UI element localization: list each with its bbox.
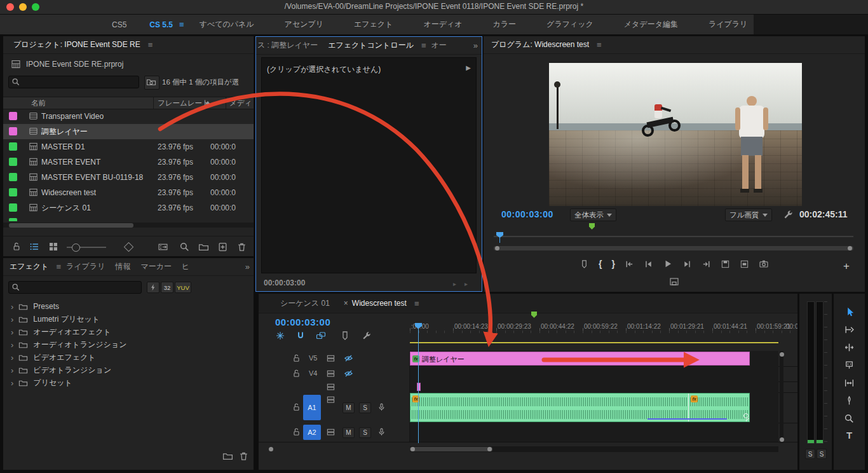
chevron-right-icon[interactable]: › <box>11 340 13 350</box>
voiceover-mic-icon[interactable] <box>377 427 386 437</box>
item-name[interactable]: Widescreen test <box>41 188 96 197</box>
accelerated-effects-badge[interactable] <box>147 282 159 293</box>
project-file-row[interactable]: IPONE Event SDE RE.prproj <box>3 57 254 71</box>
track-lock-icon[interactable] <box>292 402 301 412</box>
play-icon[interactable] <box>663 259 673 269</box>
workspace-metadata[interactable]: メタデータ編集 <box>609 19 693 30</box>
label-color-swatch[interactable] <box>9 127 17 135</box>
tab-info[interactable]: 情報 <box>110 261 135 272</box>
track-v3-body[interactable] <box>410 381 778 392</box>
workspace-assembly[interactable]: アセンブリ <box>269 19 339 30</box>
label-color-swatch[interactable] <box>9 188 17 196</box>
label-color-swatch[interactable] <box>9 158 17 166</box>
timeline-tab-widescreen[interactable]: Widescreen test <box>351 299 412 308</box>
comparison-view-icon[interactable] <box>669 277 679 287</box>
project-row[interactable]: シーケンス 01 23.976 fps 00:00:0 <box>3 200 254 216</box>
lift-icon[interactable] <box>721 259 730 269</box>
column-name[interactable]: 名前 <box>31 99 46 108</box>
chevron-right-icon[interactable]: › <box>11 302 13 312</box>
source-patch-icon[interactable] <box>326 369 336 378</box>
track-v5-label[interactable]: V5 <box>309 354 317 362</box>
zoom-slider-handle[interactable] <box>72 243 80 252</box>
track-a2-target[interactable]: A2 <box>303 425 321 440</box>
effects-tree-item[interactable]: ›Lumetri プリセット <box>3 313 254 326</box>
icon-view-icon[interactable] <box>48 242 58 252</box>
project-search-input[interactable] <box>8 76 139 88</box>
column-media[interactable]: メディア開 <box>229 99 252 108</box>
effects-tree-item[interactable]: ›Presets <box>3 300 254 313</box>
project-row-clipped[interactable] <box>3 216 254 221</box>
zoom-handle-right[interactable] <box>487 447 492 451</box>
label-color-swatch[interactable] <box>9 173 17 181</box>
vscroll-handle-bottom[interactable] <box>780 437 784 442</box>
track-lock-icon[interactable] <box>292 353 301 363</box>
source-patch-icon[interactable] <box>326 427 336 437</box>
readonly-lock-icon[interactable] <box>11 242 22 252</box>
track-v4-label[interactable]: V4 <box>309 369 317 377</box>
new-custom-bin-icon[interactable] <box>222 451 233 462</box>
timeline-settings-wrench-icon[interactable] <box>362 331 372 341</box>
workspace-graphics[interactable]: グラフィック <box>531 19 609 30</box>
project-row[interactable]: MASTER EVENT BU-0119-18 23.976 fps 00:00… <box>3 170 254 185</box>
selection-tool[interactable] <box>834 306 865 318</box>
tab-audio-clipped[interactable]: オー <box>426 40 453 51</box>
sort-diamond-icon[interactable] <box>124 242 134 252</box>
settings-wrench-icon[interactable] <box>783 209 794 220</box>
item-name[interactable]: MASTER EVENT <box>41 158 100 167</box>
clip-adjustment-layer[interactable]: fx 調整レイヤー <box>410 352 750 366</box>
item-name[interactable]: 調整レイヤー <box>41 127 88 137</box>
project-column-header[interactable]: 名前 フレームレート メディア開 <box>3 97 254 109</box>
effects-tree-item[interactable]: ›ビデオエフェクト <box>3 351 254 364</box>
timeline-hscrollbar-track[interactable] <box>410 446 778 452</box>
playback-mini-icon[interactable]: ▸ <box>453 280 456 287</box>
panel-menu-icon[interactable]: ≡ <box>597 40 602 50</box>
workspace-cs55[interactable]: CS 5.5 <box>138 20 177 29</box>
nest-toggle-icon[interactable] <box>275 331 285 341</box>
sequence-marker-icon[interactable] <box>531 312 537 318</box>
program-timecode[interactable]: 00:00:03:00 <box>501 209 553 219</box>
playback-mini-icon[interactable]: ▸ <box>465 280 468 287</box>
tab-effects[interactable]: エフェクト <box>8 261 53 272</box>
tab-source-clipped[interactable]: ス : 調整レイヤー <box>256 40 323 51</box>
project-hscrollbar-track[interactable] <box>3 223 254 228</box>
workspace-all-panels[interactable]: すべてのパネル <box>184 19 269 30</box>
effects-tree-item[interactable]: ›プリセット <box>3 376 254 389</box>
track-a1-target[interactable]: A1 <box>303 395 321 420</box>
item-name[interactable]: MASTER D1 <box>41 142 85 151</box>
label-color-swatch[interactable] <box>9 142 17 151</box>
project-row-selected[interactable]: 調整レイヤー <box>3 124 254 139</box>
track-lock-icon[interactable] <box>292 427 301 437</box>
video-preview[interactable] <box>549 63 802 206</box>
track-a2-body[interactable] <box>410 423 778 442</box>
tab-libraries[interactable]: ライブラリ <box>61 261 110 272</box>
mark-in-button[interactable]: { <box>599 259 602 269</box>
timeline-hscrollbar-thumb[interactable] <box>410 447 492 451</box>
pen-tool[interactable] <box>834 395 865 406</box>
add-marker-icon[interactable] <box>580 259 589 269</box>
effects-tree-item[interactable]: ›オーディオエフェクト <box>3 326 254 338</box>
go-to-out-icon[interactable] <box>702 259 711 269</box>
workspace-cs5[interactable]: CS5 <box>100 20 138 29</box>
disclosure-triangle-icon[interactable]: ▶ <box>466 64 471 71</box>
source-patch-icon[interactable] <box>326 395 336 404</box>
zoom-handle-left[interactable] <box>410 447 415 451</box>
panel-menu-icon[interactable]: ≡ <box>148 40 153 50</box>
program-scrubber-track[interactable] <box>494 236 853 237</box>
source-patch-icon[interactable] <box>326 382 336 392</box>
tab-markers[interactable]: マーカー <box>135 261 177 272</box>
close-tab-icon[interactable]: × <box>344 299 348 308</box>
volume-keyframe-line[interactable] <box>648 418 727 420</box>
panel-menu-icon[interactable]: ≡ <box>421 41 426 50</box>
sequence-marker-icon[interactable] <box>589 223 595 230</box>
more-panels-icon[interactable]: » <box>473 41 477 50</box>
clip-audio-a1[interactable]: fx fx <box>410 393 750 422</box>
chevron-right-icon[interactable]: › <box>11 327 13 337</box>
trash-icon[interactable] <box>236 242 247 252</box>
mute-button[interactable]: M <box>342 427 355 438</box>
project-row[interactable]: Widescreen test 23.976 fps 00:00:0 <box>3 185 254 200</box>
program-panel-tab[interactable]: プログラム: Widescreen test <box>489 39 594 50</box>
track-output-eye-icon[interactable] <box>344 353 353 363</box>
track-v4-body[interactable] <box>410 366 778 381</box>
extract-icon[interactable] <box>740 259 749 269</box>
timeline-tab-sequence01[interactable]: シーケンス 01 <box>264 298 335 309</box>
